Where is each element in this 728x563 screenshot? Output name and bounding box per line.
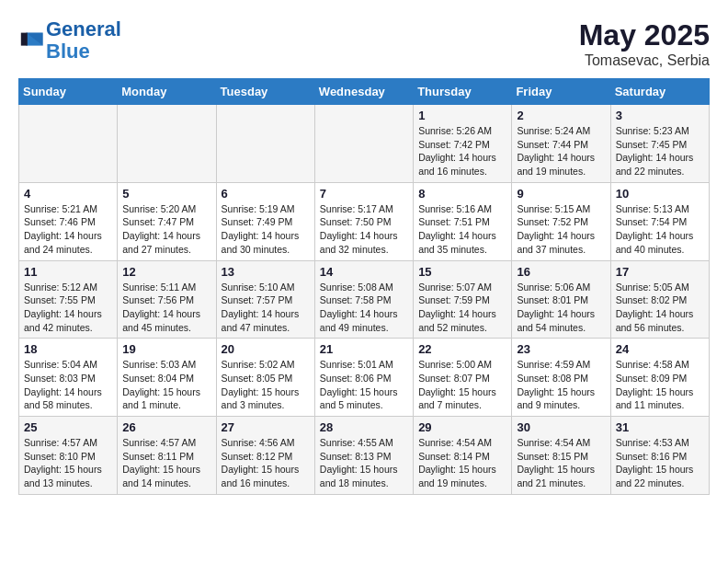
calendar-table: SundayMondayTuesdayWednesdayThursdayFrid… [18,78,710,495]
day-number: 4 [24,187,112,201]
cell-info: Sunrise: 4:54 AMSunset: 8:15 PMDaylight:… [517,436,605,490]
calendar-cell: 17Sunrise: 5:05 AMSunset: 8:02 PMDayligh… [610,260,709,339]
cell-info: Sunrise: 5:07 AMSunset: 7:59 PMDaylight:… [418,281,506,335]
calendar-cell: 1Sunrise: 5:26 AMSunset: 7:42 PMDaylight… [414,105,512,183]
day-number: 28 [320,420,408,434]
day-number: 2 [517,109,605,122]
calendar-cell: 13Sunrise: 5:10 AMSunset: 7:57 PMDayligh… [216,260,314,339]
calendar-cell: 2Sunrise: 5:24 AMSunset: 7:44 PMDaylight… [512,105,610,183]
day-number: 27 [222,420,310,434]
month-title: May 2025 [579,18,710,52]
day-number: 19 [122,342,210,356]
cell-info: Sunrise: 5:15 AMSunset: 7:52 PMDaylight:… [517,202,605,257]
day-number: 13 [222,265,310,279]
day-number: 6 [222,187,310,201]
day-number: 17 [616,265,704,279]
day-number: 14 [320,265,408,279]
day-header-friday: Friday [512,79,610,105]
cell-info: Sunrise: 5:24 AMSunset: 7:44 PMDaylight:… [517,124,605,178]
day-number: 16 [517,265,605,279]
day-number: 23 [517,342,605,356]
cell-info: Sunrise: 5:00 AMSunset: 8:07 PMDaylight:… [418,358,506,412]
cell-info: Sunrise: 4:55 AMSunset: 8:13 PMDaylight:… [320,436,408,490]
days-header-row: SundayMondayTuesdayWednesdayThursdayFrid… [19,79,710,105]
day-header-saturday: Saturday [610,79,709,105]
cell-info: Sunrise: 5:21 AMSunset: 7:46 PMDaylight:… [24,202,112,257]
calendar-cell: 16Sunrise: 5:06 AMSunset: 8:01 PMDayligh… [512,260,610,339]
day-number: 31 [616,420,704,434]
calendar-cell: 30Sunrise: 4:54 AMSunset: 8:15 PMDayligh… [512,417,610,495]
calendar-cell: 28Sunrise: 4:55 AMSunset: 8:13 PMDayligh… [314,417,413,495]
cell-info: Sunrise: 5:08 AMSunset: 7:58 PMDaylight:… [320,281,408,335]
day-number: 30 [517,420,605,434]
cell-info: Sunrise: 4:59 AMSunset: 8:08 PMDaylight:… [517,358,605,412]
day-number: 7 [320,187,408,201]
location: Tomasevac, Serbia [579,52,710,69]
calendar-cell [216,105,314,183]
day-header-thursday: Thursday [414,79,512,105]
calendar-cell: 21Sunrise: 5:01 AMSunset: 8:06 PMDayligh… [314,339,413,417]
cell-info: Sunrise: 4:58 AMSunset: 8:09 PMDaylight:… [616,358,704,412]
day-number: 20 [222,342,310,356]
calendar-cell: 23Sunrise: 4:59 AMSunset: 8:08 PMDayligh… [512,339,610,417]
cell-info: Sunrise: 5:16 AMSunset: 7:51 PMDaylight:… [418,202,506,257]
cell-info: Sunrise: 4:57 AMSunset: 8:10 PMDaylight:… [24,436,112,490]
calendar-cell: 15Sunrise: 5:07 AMSunset: 7:59 PMDayligh… [414,260,512,339]
day-number: 29 [418,420,506,434]
cell-info: Sunrise: 4:56 AMSunset: 8:12 PMDaylight:… [222,436,310,490]
calendar-cell: 22Sunrise: 5:00 AMSunset: 8:07 PMDayligh… [414,339,512,417]
calendar-cell: 6Sunrise: 5:19 AMSunset: 7:49 PMDaylight… [216,182,314,260]
day-number: 5 [122,187,210,201]
calendar-cell: 9Sunrise: 5:15 AMSunset: 7:52 PMDaylight… [512,182,610,260]
cell-info: Sunrise: 5:04 AMSunset: 8:03 PMDaylight:… [24,358,112,412]
day-number: 11 [24,265,112,279]
calendar-cell: 11Sunrise: 5:12 AMSunset: 7:55 PMDayligh… [19,260,118,339]
day-header-sunday: Sunday [19,79,118,105]
title-block: May 2025 Tomasevac, Serbia [579,18,710,69]
calendar-cell: 8Sunrise: 5:16 AMSunset: 7:51 PMDaylight… [414,182,512,260]
calendar-cell: 24Sunrise: 4:58 AMSunset: 8:09 PMDayligh… [610,339,709,417]
cell-info: Sunrise: 5:19 AMSunset: 7:49 PMDaylight:… [222,202,310,257]
calendar-cell [314,105,413,183]
cell-info: Sunrise: 5:01 AMSunset: 8:06 PMDaylight:… [320,358,408,412]
cell-info: Sunrise: 5:03 AMSunset: 8:04 PMDaylight:… [122,358,210,412]
calendar-cell: 10Sunrise: 5:13 AMSunset: 7:54 PMDayligh… [610,182,709,260]
day-header-tuesday: Tuesday [216,79,314,105]
cell-info: Sunrise: 5:23 AMSunset: 7:45 PMDaylight:… [616,124,704,178]
page-header: GeneralBlue May 2025 Tomasevac, Serbia [18,18,710,69]
cell-info: Sunrise: 5:13 AMSunset: 7:54 PMDaylight:… [616,202,704,257]
day-number: 25 [24,420,112,434]
cell-info: Sunrise: 5:11 AMSunset: 7:56 PMDaylight:… [122,281,210,335]
day-number: 22 [418,342,506,356]
logo-text: GeneralBlue [46,18,121,63]
calendar-cell: 25Sunrise: 4:57 AMSunset: 8:10 PMDayligh… [19,417,118,495]
calendar-cell: 4Sunrise: 5:21 AMSunset: 7:46 PMDaylight… [19,182,118,260]
day-number: 3 [616,109,704,122]
cell-info: Sunrise: 4:53 AMSunset: 8:16 PMDaylight:… [616,436,704,490]
svg-rect-2 [21,33,28,46]
week-row-1: 1Sunrise: 5:26 AMSunset: 7:42 PMDaylight… [19,105,710,183]
cell-info: Sunrise: 5:12 AMSunset: 7:55 PMDaylight:… [24,281,112,335]
calendar-cell: 19Sunrise: 5:03 AMSunset: 8:04 PMDayligh… [118,339,216,417]
logo: GeneralBlue [18,18,121,63]
week-row-4: 18Sunrise: 5:04 AMSunset: 8:03 PMDayligh… [19,339,710,417]
day-number: 1 [418,109,506,122]
cell-info: Sunrise: 5:20 AMSunset: 7:47 PMDaylight:… [122,202,210,257]
calendar-cell: 12Sunrise: 5:11 AMSunset: 7:56 PMDayligh… [118,260,216,339]
day-number: 12 [122,265,210,279]
cell-info: Sunrise: 5:26 AMSunset: 7:42 PMDaylight:… [418,124,506,178]
cell-info: Sunrise: 5:17 AMSunset: 7:50 PMDaylight:… [320,202,408,257]
day-number: 24 [616,342,704,356]
logo-icon [18,28,44,53]
day-number: 15 [418,265,506,279]
week-row-5: 25Sunrise: 4:57 AMSunset: 8:10 PMDayligh… [19,417,710,495]
calendar-cell [19,105,118,183]
week-row-2: 4Sunrise: 5:21 AMSunset: 7:46 PMDaylight… [19,182,710,260]
day-number: 9 [517,187,605,201]
day-header-wednesday: Wednesday [314,79,413,105]
calendar-cell: 3Sunrise: 5:23 AMSunset: 7:45 PMDaylight… [610,105,709,183]
day-number: 26 [122,420,210,434]
cell-info: Sunrise: 4:54 AMSunset: 8:14 PMDaylight:… [418,436,506,490]
day-number: 8 [418,187,506,201]
calendar-cell: 5Sunrise: 5:20 AMSunset: 7:47 PMDaylight… [118,182,216,260]
